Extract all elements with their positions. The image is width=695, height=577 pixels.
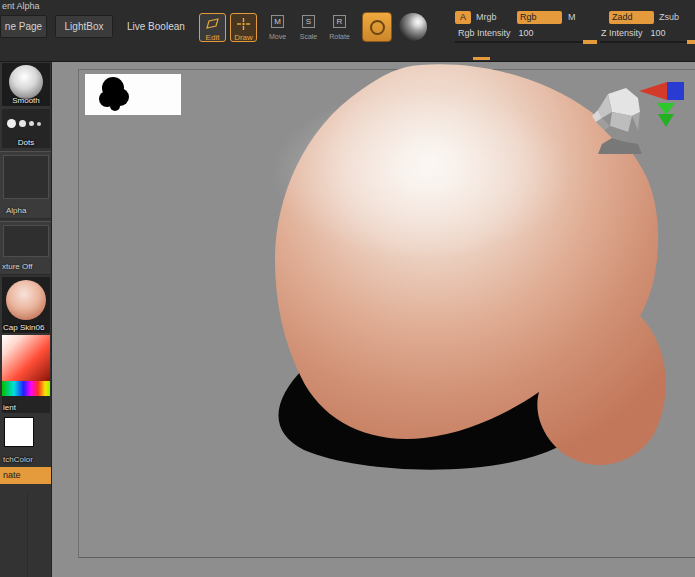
texture-slot-inner [3, 225, 49, 257]
stroke-type-button[interactable] [362, 12, 392, 42]
mrgb-toggle[interactable]: Mrgb [476, 12, 497, 22]
z-axis-cube [667, 82, 684, 100]
alpha-label: Alpha [0, 206, 52, 215]
material-sphere-button[interactable] [399, 13, 427, 41]
zsub-toggle[interactable]: Zsub [659, 12, 679, 22]
alpha-slot-inner [3, 155, 49, 199]
rotate-icon: R [333, 15, 346, 28]
app-title: ent Alpha [2, 1, 40, 11]
brush-stroke-icon [370, 20, 385, 35]
brush-sphere-icon [9, 65, 43, 99]
m-toggle[interactable]: M [568, 12, 576, 22]
rgb-toggle[interactable]: Rgb [517, 11, 562, 24]
draw-button-label: Draw [234, 34, 253, 42]
edit-button[interactable]: Edit [199, 13, 226, 42]
move-button[interactable]: M Move [264, 13, 291, 42]
y-axis-arrow-bottom [658, 114, 674, 127]
rgb-intensity-value: 100 [519, 28, 534, 38]
draw-icon [236, 16, 251, 34]
y-axis-arrow-top [657, 103, 675, 115]
edit-button-label: Edit [206, 34, 220, 42]
stroke-label: Dots [2, 138, 50, 147]
rgb-intensity-slider-handle[interactable] [583, 40, 597, 44]
texture-label: xture Off [0, 262, 52, 271]
color-swatch[interactable] [4, 417, 34, 447]
saturation-square[interactable] [2, 335, 50, 381]
rotate-button[interactable]: R Rotate [326, 13, 353, 42]
z-intensity-value: 100 [651, 28, 666, 38]
specular-sheen [272, 89, 572, 259]
scale-icon: S [302, 15, 315, 28]
axis-gizmo[interactable] [637, 77, 695, 132]
left-tray: Smooth Dots Alpha xture Off Cap Skin06 [0, 62, 52, 577]
matcap-sphere-icon [6, 280, 46, 320]
stroke-thumbnail[interactable]: Dots [2, 109, 50, 148]
edit-icon [205, 16, 220, 34]
dots-stroke-icon [7, 119, 41, 128]
draw-button[interactable]: Draw [230, 13, 257, 42]
gradient-label: ient [2, 403, 50, 412]
material-label: Cap Skin06 [2, 323, 50, 332]
document-canvas[interactable] [52, 62, 695, 577]
brush-label: Smooth [2, 96, 50, 105]
x-axis-arrow [639, 82, 667, 100]
rotate-button-label: Rotate [329, 33, 350, 41]
switch-color-label: tchColor [2, 455, 50, 464]
live-boolean-button[interactable]: Live Boolean [127, 21, 185, 32]
one-page-button[interactable]: ne Page [0, 15, 47, 38]
texture-slot[interactable]: xture Off [0, 221, 52, 275]
alternate-button[interactable]: nate [0, 467, 52, 484]
brush-thumbnail[interactable]: Smooth [2, 63, 50, 106]
scale-button[interactable]: S Scale [295, 13, 322, 42]
material-thumbnail[interactable]: Cap Skin06 [2, 277, 50, 333]
app-window: ent Alpha ne Page LightBox Live Boolean … [0, 0, 695, 577]
color-picker[interactable]: ient [2, 335, 50, 413]
z-intensity-slider[interactable] [600, 41, 693, 43]
rgb-intensity-slider[interactable] [455, 41, 595, 43]
move-icon: M [271, 15, 284, 28]
z-intensity-label: Z Intensity100 [601, 28, 666, 38]
hue-strip[interactable] [2, 381, 50, 396]
move-button-label: Move [269, 33, 286, 41]
top-toolbar: ent Alpha ne Page LightBox Live Boolean … [0, 0, 695, 62]
z-intensity-slider-handle[interactable] [687, 40, 695, 44]
zadd-toggle[interactable]: Zadd [609, 11, 654, 24]
scale-button-label: Scale [300, 33, 318, 41]
rgb-intensity-label: Rgb Intensity100 [458, 28, 534, 38]
alpha-slot[interactable]: Alpha [0, 151, 52, 219]
tray-divider [27, 494, 28, 577]
doc-zoom-slider-handle[interactable] [473, 57, 490, 60]
switch-color[interactable]: tchColor [2, 415, 50, 465]
lightbox-button[interactable]: LightBox [55, 15, 113, 38]
a-toggle[interactable]: A [455, 11, 471, 24]
